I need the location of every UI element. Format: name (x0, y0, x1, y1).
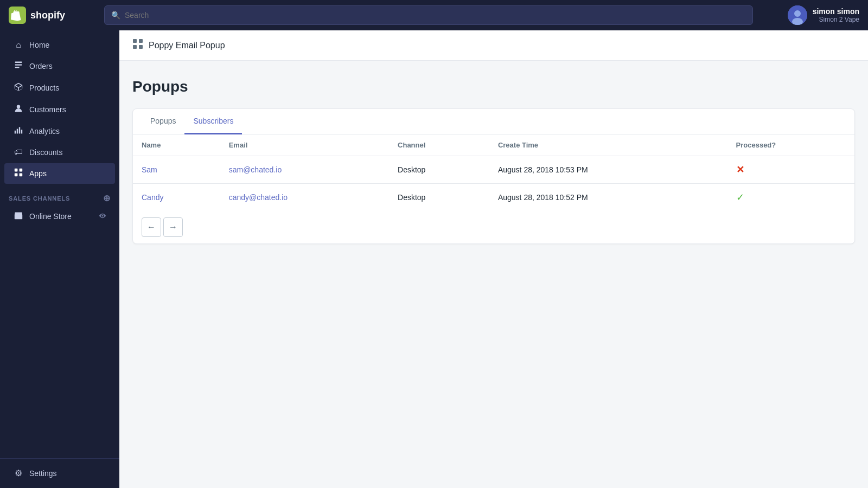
analytics-icon (13, 126, 24, 137)
svg-rect-18 (133, 45, 137, 49)
sidebar-item-customers-label: Customers (29, 105, 66, 114)
sidebar-item-products[interactable]: Products (4, 78, 115, 98)
sidebar-item-analytics[interactable]: Analytics (4, 121, 115, 142)
tab-popups[interactable]: Popups (142, 109, 184, 134)
svg-rect-4 (15, 64, 22, 65)
svg-rect-14 (20, 174, 23, 177)
eye-icon[interactable] (99, 212, 106, 221)
cell-name: Candy (133, 184, 220, 211)
sidebar-item-products-label: Products (29, 84, 59, 92)
cell-channel: Desktop (389, 184, 489, 211)
subscribers-table: Name Email Channel Create Time Processed… (133, 134, 854, 211)
main-content: Poppy Email Popup Popups Popups Subscrib… (119, 30, 868, 488)
next-page-button[interactable]: → (163, 217, 183, 237)
col-create-time: Create Time (489, 134, 727, 156)
discounts-icon: 🏷 (13, 147, 24, 157)
topnav: shopify 🔍 simon simon Simon 2 Vape (0, 0, 868, 30)
page-header: Poppy Email Popup (119, 30, 868, 61)
user-area: simon simon Simon 2 Vape (762, 5, 859, 25)
svg-rect-11 (15, 169, 18, 172)
apps-icon (13, 168, 24, 179)
cell-create-time: August 28, 2018 10:53 PM (489, 156, 727, 184)
sidebar-item-online-store[interactable]: Online Store (4, 206, 115, 227)
sidebar-item-home-label: Home (29, 41, 49, 49)
content-area: Popups Popups Subscribers Name (119, 61, 868, 488)
sidebar-item-discounts-label: Discounts (29, 148, 62, 157)
online-store-icon (13, 211, 24, 222)
email-link[interactable]: sam@chated.io (229, 165, 282, 174)
table-row: Sam sam@chated.io Desktop August 28, 201… (133, 156, 854, 184)
sidebar-item-home[interactable]: ⌂ Home (4, 35, 115, 55)
popups-card: Popups Subscribers Name Email Channel Cr… (132, 108, 855, 244)
col-channel: Channel (389, 134, 489, 156)
page-title: Popups (132, 78, 855, 95)
sales-channels-label: SALES CHANNELS (9, 195, 70, 202)
col-name: Name (133, 134, 220, 156)
tabs: Popups Subscribers (133, 109, 854, 134)
email-link[interactable]: candy@chated.io (229, 193, 288, 202)
cell-channel: Desktop (389, 156, 489, 184)
svg-rect-13 (15, 174, 18, 177)
name-link[interactable]: Candy (142, 193, 163, 202)
cell-processed: ✓ (727, 184, 854, 211)
page-header-icon (132, 38, 143, 52)
sidebar-bottom: ⚙ Settings (0, 454, 119, 484)
cell-name: Sam (133, 156, 220, 184)
customers-icon (13, 104, 24, 115)
search-icon: 🔍 (111, 11, 120, 20)
cell-email: sam@chated.io (220, 156, 389, 184)
search-input[interactable] (125, 11, 746, 20)
orders-icon (13, 61, 24, 72)
col-processed: Processed? (727, 134, 854, 156)
home-icon: ⌂ (13, 40, 24, 50)
prev-page-button[interactable]: ← (142, 217, 161, 237)
table-row: Candy candy@chated.io Desktop August 28,… (133, 184, 854, 211)
sidebar-item-settings-label: Settings (29, 469, 57, 478)
svg-rect-10 (21, 130, 22, 133)
sidebar-item-online-store-label: Online Store (29, 212, 72, 221)
svg-point-1 (794, 10, 801, 17)
svg-point-15 (102, 215, 104, 216)
tab-subscribers[interactable]: Subscribers (184, 109, 242, 134)
logo[interactable]: shopify (9, 7, 95, 24)
shopify-logo-icon (9, 7, 26, 24)
svg-rect-5 (15, 67, 20, 68)
svg-rect-7 (15, 131, 16, 134)
settings-icon: ⚙ (13, 468, 24, 478)
sidebar-item-orders-label: Orders (29, 62, 53, 70)
products-icon (13, 82, 24, 93)
svg-point-6 (17, 105, 20, 108)
cell-email: candy@chated.io (220, 184, 389, 211)
layout: ⌂ Home Orders Products Customers Analy (0, 30, 868, 488)
sidebar-item-discounts[interactable]: 🏷 Discounts (4, 143, 115, 162)
svg-rect-8 (17, 129, 18, 134)
logo-text: shopify (30, 10, 65, 21)
col-email: Email (220, 134, 389, 156)
sidebar-item-orders[interactable]: Orders (4, 56, 115, 76)
user-info: simon simon Simon 2 Vape (813, 7, 859, 23)
cell-create-time: August 28, 2018 10:52 PM (489, 184, 727, 211)
cell-processed: ✕ (727, 156, 854, 184)
svg-rect-12 (20, 169, 23, 172)
pagination: ← → (133, 211, 854, 243)
svg-rect-3 (15, 62, 22, 63)
processed-x-icon: ✕ (736, 164, 744, 175)
search-bar[interactable]: 🔍 (104, 5, 753, 25)
svg-rect-19 (139, 45, 143, 49)
sidebar-item-customers[interactable]: Customers (4, 99, 115, 120)
processed-check-icon: ✓ (736, 192, 744, 203)
sidebar-item-apps[interactable]: Apps (4, 163, 115, 184)
add-sales-channel-button[interactable]: ⊕ (103, 193, 111, 203)
svg-rect-9 (19, 127, 20, 133)
sidebar-item-analytics-label: Analytics (29, 127, 60, 136)
sidebar: ⌂ Home Orders Products Customers Analy (0, 30, 119, 488)
svg-rect-16 (133, 39, 137, 43)
user-name: simon simon (813, 7, 859, 16)
sidebar-item-settings[interactable]: ⚙ Settings (4, 463, 115, 483)
page-header-title: Poppy Email Popup (149, 41, 225, 50)
sidebar-item-apps-label: Apps (29, 169, 47, 178)
user-subtitle: Simon 2 Vape (813, 16, 859, 23)
svg-rect-17 (139, 39, 143, 43)
avatar (788, 5, 807, 25)
name-link[interactable]: Sam (142, 165, 157, 174)
